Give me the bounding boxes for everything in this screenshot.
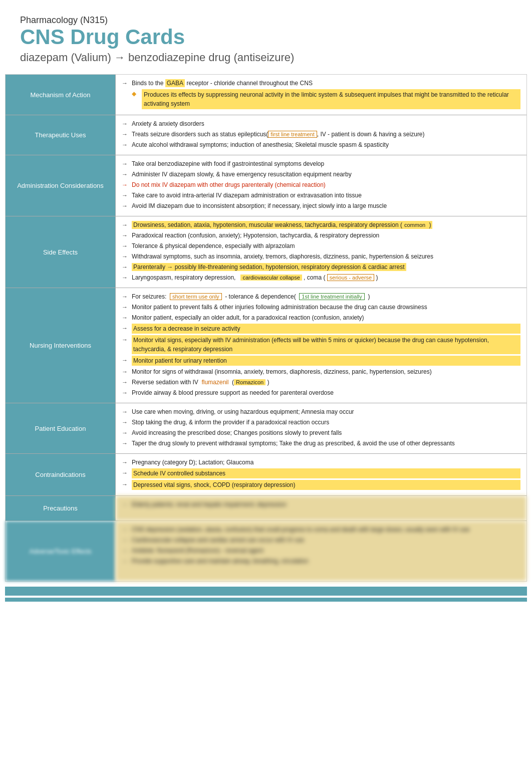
precautions-label: Precautions xyxy=(6,496,116,520)
arrow-icon: → xyxy=(122,356,129,365)
footer-bar2 xyxy=(5,598,527,602)
arrow-icon: → xyxy=(122,388,129,397)
short-term-badge: short term use only xyxy=(170,293,222,300)
patient-ed-row: Patient Education → Use care when moving… xyxy=(6,403,526,454)
arrow-icon: → xyxy=(122,428,129,437)
side-item-2: → Paradoxical reaction (confusion, anxie… xyxy=(122,231,520,240)
mechanism-row: Mechanism of Action → Binds to the GABA … xyxy=(6,75,526,115)
admin-item-4: → Take care to avoid intra-arterial IV d… xyxy=(122,191,520,200)
patient-ed-item-2: → Stop taking the drug, & inform the pro… xyxy=(122,418,520,427)
arrow-icon: → xyxy=(122,292,129,301)
header: Pharmacology (N315) CNS Drug Cards diaze… xyxy=(0,0,532,72)
arrow-icon: → xyxy=(122,468,129,477)
patient-ed-content: → Use care when moving, driving, or usin… xyxy=(116,403,526,453)
contra-item-3: → Depressed vital signs, shock, COPD (re… xyxy=(122,480,520,490)
gaba-highlight: GABA xyxy=(165,79,185,87)
admin-content: → Take oral benzodiazepine with food if … xyxy=(116,155,526,216)
arrow-icon: → xyxy=(122,273,129,282)
patient-ed-item-1: → Use care when moving, driving, or usin… xyxy=(122,407,520,416)
contraindications-label: Contraindications xyxy=(6,454,116,495)
side-item-4: → Withdrawal symptoms, such as insomnia,… xyxy=(122,252,520,261)
arrow-icon: → xyxy=(122,201,129,210)
contraindications-content: → Pregnancy (category D); Lactation; Gla… xyxy=(116,454,526,495)
patient-ed-item-3: → Avoid increasing the prescribed dose; … xyxy=(122,428,520,437)
arrow-icon: → xyxy=(122,119,129,128)
arrow-icon: → xyxy=(122,170,129,179)
last-section-row: Adverse/Toxic Effects → CNS depression (… xyxy=(6,521,526,581)
arrow-icon: → xyxy=(122,439,129,448)
drug-card-table: Mechanism of Action → Binds to the GABA … xyxy=(5,74,527,582)
arrow-icon: → xyxy=(122,480,129,489)
page: Pharmacology (N315) CNS Drug Cards diaze… xyxy=(0,0,532,782)
precautions-content: → Elderly patients; renal and hepatic im… xyxy=(116,496,526,520)
nursing-item-6: → Monitor patient for urinary retention xyxy=(122,356,520,366)
arrow-icon: → xyxy=(122,241,129,250)
arrow-icon: → xyxy=(122,458,129,467)
last-section-label: Adverse/Toxic Effects xyxy=(6,521,116,581)
arrow-icon: → xyxy=(122,263,129,272)
drug-subtitle: diazepam (Valium) → benzodiazepine drug … xyxy=(20,51,512,64)
side-item-1: → Drowsiness, sedation, ataxia, hypotens… xyxy=(122,220,520,229)
arrow-icon: → xyxy=(122,367,129,376)
nursing-item-5: → Monitor vital signs, especially with I… xyxy=(122,335,520,354)
nursing-label: Nursing Interventions xyxy=(6,288,116,403)
last-section-content: → CNS depression (sedation, ataxia, conf… xyxy=(116,521,526,581)
side-item-3: → Tolerance & physical dependence, espec… xyxy=(122,241,520,250)
mechanism-item-1: → Binds to the GABA receptor - chloride … xyxy=(122,79,520,88)
side-item-6: → Laryngospasm, respiratory depression, … xyxy=(122,273,520,282)
cardiovascular-badge: cardiovascular collapse xyxy=(240,275,302,281)
arrow-icon: → xyxy=(122,159,129,168)
precautions-row: Precautions → Elderly patients; renal an… xyxy=(6,496,526,521)
arrow-icon: → xyxy=(122,407,129,416)
side-effects-content: → Drowsiness, sedation, ataxia, hypotens… xyxy=(116,216,526,288)
therapeutic-label: Therapeutic Uses xyxy=(6,115,116,155)
contraindications-row: Contraindications → Pregnancy (category … xyxy=(6,454,526,496)
arrow-icon: → xyxy=(122,252,129,261)
therapeutic-row: Therapeutic Uses → Anxiety & anxiety dis… xyxy=(6,115,526,155)
arrow-icon: → xyxy=(122,130,129,139)
arrow-icon: → xyxy=(122,324,129,333)
patient-ed-label: Patient Education xyxy=(6,403,116,453)
admin-label: Administration Considerations xyxy=(6,155,116,216)
serious-adverse-badge: serious - adverse xyxy=(327,274,374,281)
admin-item-1: → Take oral benzodiazepine with food if … xyxy=(122,159,520,168)
diamond-icon: ◆ xyxy=(132,89,139,98)
nursing-item-2: → Monitor patient to prevent falls & oth… xyxy=(122,303,520,312)
nursing-item-1: → For seizures: short term use only - to… xyxy=(122,292,520,301)
admin-item-2: → Administer IV diazepam slowly, & have … xyxy=(122,170,520,179)
admin-item-3: → Do not mix IV diazepam with other drug… xyxy=(122,180,520,189)
arrow-icon: → xyxy=(122,335,129,344)
side-effects-label: Side Effects xyxy=(6,216,116,288)
arrow-icon: → xyxy=(122,191,129,200)
therapeutic-item-3: → Acute alcohol withdrawal symptoms; ind… xyxy=(122,140,520,149)
therapeutic-item-2: → Treats seizure disorders such as statu… xyxy=(122,130,520,139)
arrow-icon: → xyxy=(122,378,129,387)
side-effects-row: Side Effects → Drowsiness, sedation, ata… xyxy=(6,216,526,288)
contra-item-2: → Schedule IV controlled substances xyxy=(122,468,520,478)
therapeutic-item-1: → Anxiety & anxiety disorders xyxy=(122,119,520,128)
arrow-icon: → xyxy=(122,180,129,189)
nursing-item-9: → Provide airway & blood pressure suppor… xyxy=(122,388,520,397)
patient-ed-item-4: → Taper the drug slowly to prevent withd… xyxy=(122,439,520,448)
therapeutic-content: → Anxiety & anxiety disorders → Treats s… xyxy=(116,115,526,155)
nursing-content: → For seizures: short term use only - to… xyxy=(116,288,526,403)
arrow-icon: → xyxy=(122,220,129,229)
nursing-item-8: → Reverse sedation with IV flumazenil (R… xyxy=(122,378,520,387)
romazicon-badge: Romazicon xyxy=(234,379,265,385)
mechanism-label: Mechanism of Action xyxy=(6,75,116,115)
arrow-icon: → xyxy=(122,140,129,149)
admin-row: Administration Considerations → Take ora… xyxy=(6,155,526,216)
course-title: Pharmacology (N315) xyxy=(20,15,512,26)
1st-line-badge: 1st line treatment initially xyxy=(299,293,364,300)
arrow-icon: → xyxy=(122,79,129,88)
admin-item-5: → Avoid IM diazepam due to inconsistent … xyxy=(122,201,520,210)
nursing-item-4: → Assess for a decrease in seizure activ… xyxy=(122,324,520,334)
nursing-row: Nursing Interventions → For seizures: sh… xyxy=(6,288,526,403)
first-line-badge: first line treatment xyxy=(268,131,317,138)
mechanism-content: → Binds to the GABA receptor - chloride … xyxy=(116,75,526,115)
main-title: CNS Drug Cards xyxy=(20,26,512,49)
side-item-5: → Parenterally → possibly life-threateni… xyxy=(122,263,520,272)
nursing-item-7: → Monitor for signs of withdrawal (insom… xyxy=(122,367,520,376)
common-badge: common xyxy=(402,222,427,228)
arrow-icon: → xyxy=(122,313,129,322)
